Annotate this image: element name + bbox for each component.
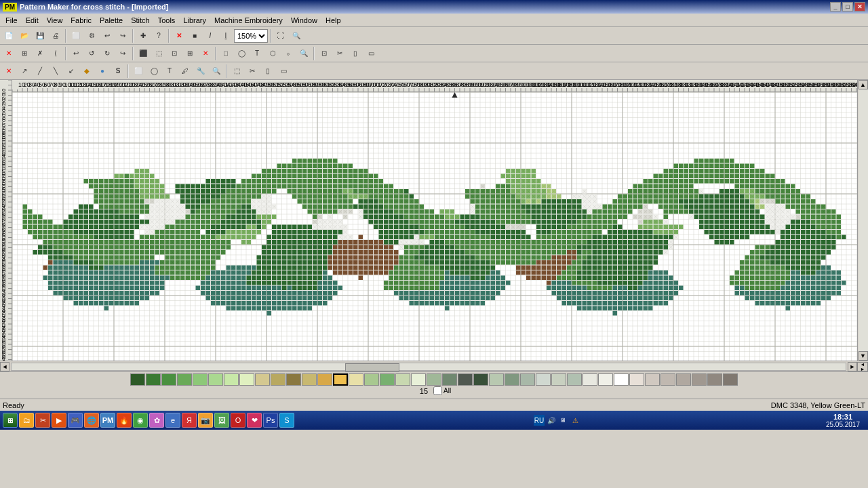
tb-btn-5[interactable]: ⬜ — [68, 28, 83, 43]
tb3-12[interactable]: 🖊 — [178, 64, 193, 79]
tb3-1[interactable]: ✕ — [1, 64, 16, 79]
tb3-13[interactable]: 🔧 — [193, 64, 208, 79]
clock-area[interactable]: 18:31 25.05.2017 — [821, 413, 865, 428]
tb-btn-6[interactable]: ⚙ — [84, 28, 99, 43]
antivirus-icon[interactable]: ⚠ — [570, 415, 581, 426]
volume-icon[interactable]: 🔊 — [546, 415, 557, 426]
tb2-6[interactable]: ↺ — [84, 46, 99, 61]
zoom-select[interactable]: 150% 100% 200% 75% — [234, 29, 268, 43]
palette-color-16[interactable] — [380, 373, 395, 386]
close-button[interactable]: ✕ — [854, 2, 865, 12]
tb3-10[interactable]: ◯ — [146, 64, 161, 79]
taskbar-app-15[interactable]: Ps — [263, 413, 278, 428]
taskbar-app-16[interactable]: S — [279, 413, 294, 428]
palette-color-26[interactable] — [536, 373, 551, 386]
tb2-3[interactable]: ✗ — [33, 46, 47, 61]
taskbar-app-4[interactable]: 🌐 — [84, 413, 99, 428]
tb2-13[interactable]: ✕ — [198, 46, 213, 61]
taskbar-app-3[interactable]: 🎮 — [68, 413, 83, 428]
palette-color-4[interactable] — [193, 373, 208, 386]
palette-color-5[interactable] — [208, 373, 223, 386]
palette-color-7[interactable] — [239, 373, 254, 386]
scroll-left[interactable]: ◄ — [0, 362, 9, 371]
palette-color-21[interactable] — [458, 373, 473, 386]
taskbar-app-2[interactable]: ▶ — [52, 413, 66, 428]
palette-color-6[interactable] — [224, 373, 239, 386]
palette-color-17[interactable] — [395, 373, 410, 386]
scroll-thumb-h[interactable] — [11, 363, 846, 371]
tb3-5[interactable]: ↙ — [64, 64, 79, 79]
tb3-18[interactable]: ▭ — [276, 64, 291, 79]
palette-color-32[interactable] — [629, 373, 644, 386]
taskbar-app-1[interactable]: ✂ — [35, 413, 50, 428]
palette-color-18[interactable] — [411, 373, 426, 386]
palette-color-10[interactable] — [286, 373, 301, 386]
tb2-23[interactable]: ▭ — [363, 46, 378, 61]
title-bar-controls[interactable]: _ □ ✕ — [830, 2, 865, 12]
tb2-11[interactable]: ⊡ — [167, 46, 182, 61]
tb2-5[interactable]: ↩ — [68, 46, 83, 61]
tb3-14[interactable]: 🔍 — [209, 64, 224, 79]
palette-color-2[interactable] — [161, 373, 176, 386]
palette-color-25[interactable] — [520, 373, 535, 386]
save-button[interactable]: 💾 — [33, 28, 47, 43]
palette-color-38[interactable] — [723, 373, 738, 386]
tb2-16[interactable]: T — [250, 46, 264, 61]
palette-color-3[interactable] — [177, 373, 192, 386]
tb-btn-8[interactable]: ↪ — [115, 28, 130, 43]
palette-color-30[interactable] — [598, 373, 613, 386]
tb2-2[interactable]: ⊞ — [17, 46, 32, 61]
tb-select-tool[interactable]: ✕ — [172, 28, 186, 43]
scroll-track-v[interactable] — [859, 89, 868, 351]
tb3-7[interactable]: ● — [95, 64, 110, 79]
palette-color-22[interactable] — [473, 373, 488, 386]
horizontal-scrollbar[interactable]: ◄ ► ◄► — [0, 361, 868, 371]
print-button[interactable]: 🖨 — [48, 28, 63, 43]
tb3-9[interactable]: ⬜ — [131, 64, 146, 79]
tb-btn-12[interactable]: ■ — [187, 28, 202, 43]
all-checkbox[interactable] — [433, 386, 442, 395]
tb3-11[interactable]: T — [162, 64, 177, 79]
palette-color-1[interactable] — [146, 373, 161, 386]
menu-help[interactable]: Help — [321, 15, 345, 26]
taskbar-app-12[interactable]: 🖼 — [214, 413, 229, 428]
palette-color-12[interactable] — [317, 373, 332, 386]
palette-color-15[interactable] — [364, 373, 379, 386]
taskbar-app-13[interactable]: O — [231, 413, 245, 428]
all-checkbox-area[interactable]: All — [433, 386, 451, 395]
palette-color-8[interactable] — [255, 373, 270, 386]
palette-color-23[interactable] — [489, 373, 504, 386]
tb2-14[interactable]: □ — [218, 46, 233, 61]
maximize-button[interactable]: □ — [842, 2, 853, 12]
taskbar-app-5[interactable]: PM — [100, 413, 115, 428]
open-button[interactable]: 📂 — [17, 28, 32, 43]
minimize-button[interactable]: _ — [830, 2, 841, 12]
tb-btn-9[interactable]: ✚ — [136, 28, 151, 43]
taskbar-app-14[interactable]: ❤ — [247, 413, 262, 428]
menu-view[interactable]: View — [43, 15, 67, 26]
scroll-up[interactable]: ▲ — [859, 80, 868, 89]
tb2-8[interactable]: ↪ — [115, 46, 130, 61]
palette-color-28[interactable] — [567, 373, 582, 386]
tb3-17[interactable]: ▯ — [260, 64, 275, 79]
tb2-17[interactable]: ⬡ — [265, 46, 280, 61]
palette-color-0[interactable] — [130, 373, 145, 386]
scroll-handle[interactable] — [345, 363, 399, 371]
tb3-15[interactable]: ⬚ — [229, 64, 244, 79]
menu-fabric[interactable]: Fabric — [66, 15, 96, 26]
tb2-19[interactable]: 🔍 — [296, 46, 311, 61]
palette-color-34[interactable] — [660, 373, 675, 386]
tb2-20[interactable]: ⊡ — [317, 46, 332, 61]
taskbar-app-9[interactable]: e — [165, 413, 180, 428]
tb3-16[interactable]: ✂ — [245, 64, 260, 79]
tb-btn-10[interactable]: ? — [151, 28, 166, 43]
taskbar-app-8[interactable]: ✿ — [149, 413, 164, 428]
cross-stitch-canvas[interactable] — [12, 92, 857, 361]
palette-color-11[interactable] — [302, 373, 317, 386]
tb3-8[interactable]: S — [111, 64, 125, 79]
palette-color-20[interactable] — [442, 373, 457, 386]
menu-stitch[interactable]: Stitch — [127, 15, 154, 26]
start-button[interactable]: ⊞ — [3, 413, 18, 428]
tb2-4[interactable]: ⟨ — [48, 46, 63, 61]
menu-file[interactable]: File — [1, 15, 22, 26]
